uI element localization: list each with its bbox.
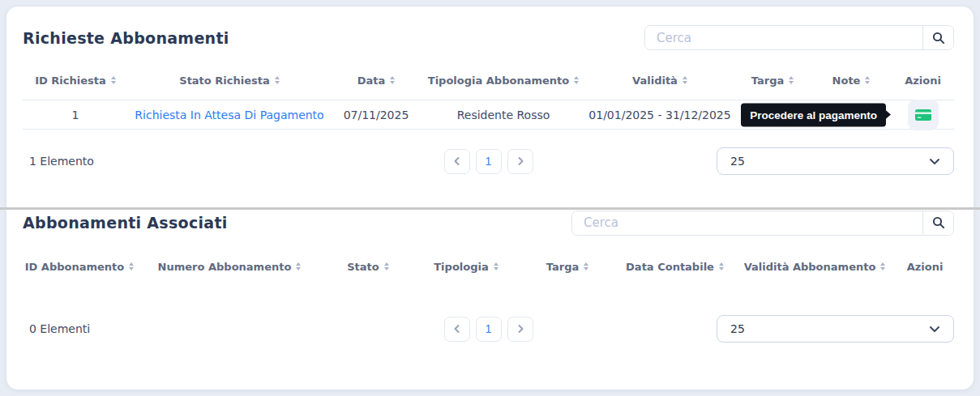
search-input-richieste[interactable] (645, 26, 922, 49)
column-label: Validità (632, 75, 678, 87)
column-header-tipologia-abbonamento[interactable]: Tipologia Abbonamento (422, 75, 585, 87)
pagination-richieste: 1 (444, 149, 533, 174)
sort-icon (574, 76, 579, 84)
column-label: Validità Abbonamento (744, 261, 876, 273)
column-header-targa[interactable]: Targa (734, 75, 811, 87)
table-header-richieste: ID Richiesta Stato Richiesta Data Tipolo… (23, 70, 954, 90)
cell-validita: 01/01/2025 - 31/12/2025 (585, 109, 734, 121)
table-header-abbonamenti: ID Abbonamento Numero Abbonamento Stato … (23, 257, 954, 276)
table-footer-richieste: 1 Elemento 1 25 (23, 147, 954, 175)
search-icon (932, 32, 945, 45)
cell-data: 07/11/2025 (331, 109, 422, 121)
column-header-numero-abbonamento[interactable]: Numero Abbonamento (136, 261, 323, 273)
stato-richiesta-link[interactable]: Richiesta In Attesa Di Pagamento (135, 109, 323, 121)
sort-icon (719, 262, 724, 270)
content-card: Richieste Abbonamenti ID Richiesta Stato… (6, 6, 974, 390)
page-number-button[interactable]: 1 (476, 149, 502, 174)
sort-icon (494, 262, 499, 270)
sort-icon (384, 262, 389, 270)
column-label: ID Richiesta (35, 75, 106, 87)
sort-icon (275, 76, 280, 84)
section-richieste-abbonamenti: Richieste Abbonamenti ID Richiesta Stato… (6, 6, 974, 175)
section-divider (0, 207, 980, 210)
column-label: Targa (751, 75, 784, 87)
column-label: Azioni (907, 261, 944, 273)
column-header-validita-abbonamento[interactable]: Validità Abbonamento (734, 261, 896, 273)
sort-icon (880, 262, 885, 270)
chevron-right-icon (516, 324, 525, 334)
column-label: Note (832, 75, 861, 87)
credit-card-icon (915, 109, 931, 121)
next-page-button[interactable] (507, 149, 533, 174)
page-size-value: 25 (730, 322, 745, 335)
page-background: Richieste Abbonamenti ID Richiesta Stato… (0, 0, 980, 396)
column-label: Targa (546, 261, 579, 273)
sort-icon (111, 76, 116, 84)
column-header-azioni: Azioni (892, 75, 954, 87)
prev-page-button[interactable] (444, 149, 470, 174)
column-label: Tipologia (434, 261, 488, 273)
sort-icon (865, 76, 870, 84)
search-button-abbonamenti[interactable] (922, 211, 953, 235)
section-header: Richieste Abbonamenti (23, 6, 954, 50)
search-input-abbonamenti[interactable] (572, 211, 922, 235)
page-size-select[interactable]: 25 (717, 315, 954, 343)
sort-icon (296, 262, 301, 270)
column-label: Tipologia Abbonamento (428, 75, 569, 87)
column-header-id-abbonamento[interactable]: ID Abbonamento (23, 261, 136, 273)
search-icon (932, 216, 945, 229)
section-header: Abbonamenti Associati (23, 175, 954, 235)
sort-icon (584, 262, 588, 270)
chevron-down-icon (929, 158, 940, 165)
element-count: 1 Elemento (23, 155, 94, 168)
pay-action-button[interactable] (908, 100, 939, 130)
page-title-richieste: Richieste Abbonamenti (23, 29, 229, 47)
column-header-note[interactable]: Note (811, 75, 892, 87)
search-box-richieste (644, 25, 954, 50)
search-button-richieste[interactable] (922, 26, 953, 49)
chevron-left-icon (452, 156, 462, 166)
prev-page-button[interactable] (444, 317, 470, 342)
page-size-value: 25 (730, 155, 745, 168)
column-header-validita[interactable]: Validità (585, 75, 734, 87)
column-header-stato[interactable]: Stato (323, 261, 413, 273)
column-label: Numero Abbonamento (158, 261, 292, 273)
column-header-id-richiesta[interactable]: ID Richiesta (23, 75, 128, 87)
table-footer-abbonamenti: 0 Elementi 1 25 (23, 315, 954, 343)
page-size-select[interactable]: 25 (717, 147, 954, 175)
cell-id-richiesta: 1 (23, 109, 128, 121)
page-title-abbonamenti: Abbonamenti Associati (23, 214, 228, 232)
section-abbonamenti-associati: Abbonamenti Associati ID Abbonamento Num… (6, 175, 974, 343)
column-label: Stato Richiesta (179, 75, 269, 87)
element-count: 0 Elementi (23, 322, 90, 335)
column-label: ID Abbonamento (25, 261, 125, 273)
chevron-right-icon (516, 156, 525, 166)
column-label: Stato (347, 261, 379, 273)
column-header-data-contabile[interactable]: Data Contabile (616, 261, 734, 273)
column-header-tipologia[interactable]: Tipologia (413, 261, 519, 273)
chevron-down-icon (929, 326, 940, 333)
cell-azioni (892, 100, 954, 130)
sort-icon (390, 76, 395, 84)
sort-icon (683, 76, 687, 84)
sort-icon (789, 76, 794, 84)
cell-stato-richiesta: Richiesta In Attesa Di Pagamento (128, 109, 331, 121)
page-number-button[interactable]: 1 (476, 317, 502, 342)
tooltip-procedere-al-pagamento: Procedere al pagamento (741, 103, 886, 126)
cell-tipologia: Residente Rosso (422, 109, 585, 121)
column-header-azioni: Azioni (896, 261, 954, 273)
column-label: Azioni (905, 75, 941, 87)
pagination-abbonamenti: 1 (444, 317, 533, 342)
sort-icon (129, 262, 134, 270)
column-label: Data (357, 75, 386, 87)
chevron-left-icon (452, 324, 462, 334)
column-header-stato-richiesta[interactable]: Stato Richiesta (128, 75, 331, 87)
column-header-targa[interactable]: Targa (519, 261, 616, 273)
column-label: Data Contabile (626, 261, 714, 273)
table-row: 1 Richiesta In Attesa Di Pagamento 07/11… (23, 100, 954, 130)
column-header-data[interactable]: Data (331, 75, 422, 87)
next-page-button[interactable] (507, 317, 533, 342)
search-box-abbonamenti (571, 211, 954, 236)
